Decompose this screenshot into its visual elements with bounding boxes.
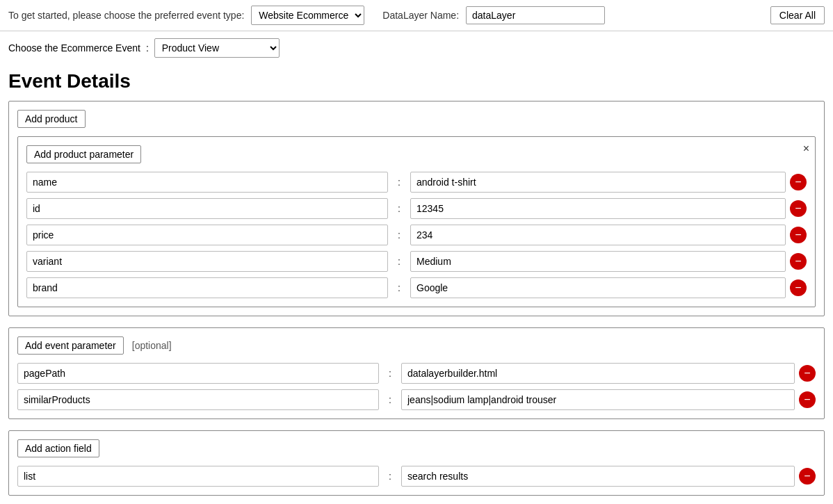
ecommerce-event-row: Choose the Ecommerce Event : Product Vie… [0,31,833,65]
close-product-param-button[interactable]: × [803,143,809,155]
product-param-row-id: : − [26,198,807,219]
event-param-header: Add event parameter [optional] [17,336,816,355]
product-param-row-variant: : − [26,251,807,272]
product-inner-box: × Add product parameter : − : − : [17,136,816,307]
product-param-value-name[interactable] [410,172,786,193]
add-product-button[interactable]: Add product [17,110,86,128]
product-colon-variant: : [392,256,406,267]
product-colon-price: : [392,229,406,241]
event-type-select[interactable]: Website Ecommerce [251,6,364,25]
remove-event-param-similarproducts[interactable]: − [799,391,816,408]
action-field-colon-list: : [383,471,397,482]
event-colon-similarproducts: : [383,394,397,405]
product-param-value-brand[interactable] [410,277,786,298]
ecommerce-colon: : [146,42,149,54]
event-param-section: Add event parameter [optional] : − : − [8,327,825,419]
product-colon-name: : [392,177,406,188]
remove-product-param-name[interactable]: − [790,174,807,190]
product-param-row-price: : − [26,225,807,245]
event-param-key-pagepath[interactable] [17,363,379,384]
optional-label: [optional] [132,340,172,351]
action-field-value-list[interactable] [401,466,795,487]
remove-product-param-price[interactable]: − [790,227,807,243]
ecommerce-event-select[interactable]: Product View [154,38,280,58]
remove-action-field-list[interactable]: − [799,468,816,485]
product-section: Add product × Add product parameter : − … [8,101,825,316]
product-param-key-variant[interactable] [26,251,388,272]
product-colon-brand: : [392,282,406,293]
remove-product-param-variant[interactable]: − [790,253,807,270]
clear-all-button[interactable]: Clear All [770,6,825,24]
product-param-header: Add product parameter [26,145,807,163]
remove-product-param-id[interactable]: − [790,200,807,217]
event-param-value-similarproducts[interactable] [401,389,795,410]
product-param-row-brand: : − [26,277,807,298]
product-param-row-name: : − [26,172,807,193]
action-field-key-list[interactable] [17,466,379,487]
ecommerce-event-label: Choose the Ecommerce Event [8,42,140,54]
product-param-key-price[interactable] [26,225,388,245]
add-action-field-button[interactable]: Add action field [17,439,99,457]
product-param-value-price[interactable] [410,225,786,245]
action-field-row-list: : − [17,466,816,487]
product-param-key-name[interactable] [26,172,388,193]
add-event-param-button[interactable]: Add event parameter [17,336,124,355]
remove-product-param-brand[interactable]: − [790,279,807,296]
action-field-section: Add action field : − [8,430,825,496]
event-param-row-similarproducts: : − [17,389,816,410]
main-content: Add product × Add product parameter : − … [0,101,833,496]
event-param-row-pagepath: : − [17,363,816,384]
event-colon-pagepath: : [383,368,397,379]
datalayer-label: DataLayer Name: [382,10,459,21]
event-param-value-pagepath[interactable] [401,363,795,384]
event-param-key-similarproducts[interactable] [17,389,379,410]
product-colon-id: : [392,203,406,214]
event-type-label: To get started, please choose the prefer… [8,10,244,21]
add-product-param-button[interactable]: Add product parameter [26,145,141,163]
product-param-key-id[interactable] [26,198,388,219]
event-details-title: Event Details [0,65,833,101]
product-param-value-id[interactable] [410,198,786,219]
remove-event-param-pagepath[interactable]: − [799,365,816,382]
datalayer-input[interactable] [466,6,605,24]
top-bar: To get started, please choose the prefer… [0,0,833,31]
product-param-key-brand[interactable] [26,277,388,298]
product-param-value-variant[interactable] [410,251,786,272]
action-field-header: Add action field [17,439,816,457]
